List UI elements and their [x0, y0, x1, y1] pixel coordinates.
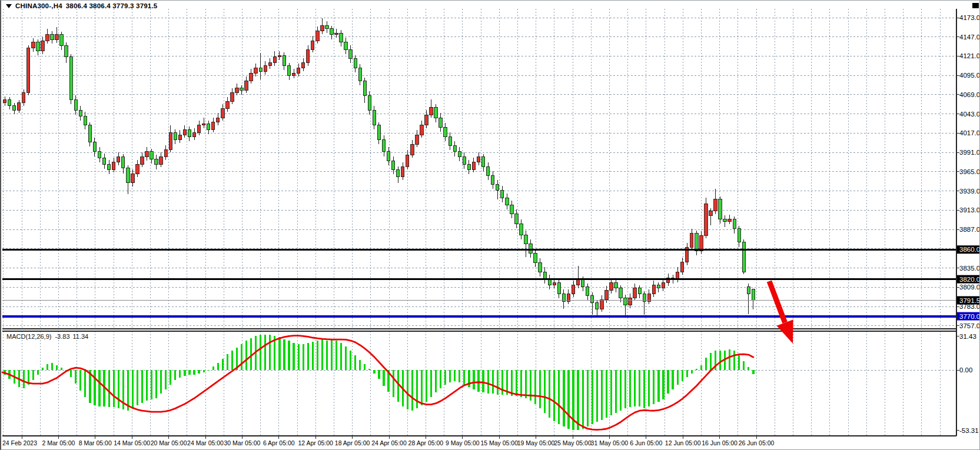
candle — [738, 226, 740, 248]
candle — [12, 103, 15, 114]
macd-axis: 31.430.00-53.31 — [956, 333, 979, 434]
candle — [453, 141, 456, 156]
candle — [117, 152, 120, 165]
candle — [572, 281, 574, 297]
time-axis-label: 28 Apr 05:00 — [408, 439, 444, 446]
svg-text:0.00: 0.00 — [959, 366, 972, 374]
candle — [647, 289, 650, 304]
candle — [349, 45, 352, 63]
candle — [330, 26, 333, 39]
candle — [307, 45, 310, 66]
candle — [55, 27, 58, 42]
svg-text:3791.5: 3791.5 — [959, 297, 980, 304]
candle — [420, 121, 423, 138]
candle — [586, 284, 589, 300]
candle — [283, 52, 285, 70]
candle — [311, 36, 314, 52]
candle — [486, 162, 489, 180]
trend-arrow-annotation[interactable] — [769, 281, 793, 344]
svg-text:4095.0: 4095.0 — [959, 72, 980, 79]
candle — [705, 198, 707, 238]
candle — [340, 30, 343, 46]
candle — [543, 267, 546, 284]
time-axis-label: 6 Jun 05:00 — [630, 439, 662, 446]
ohlc-toggle-icon[interactable] — [6, 4, 12, 8]
candle — [714, 189, 717, 214]
time-axis-label: 26 Jun 05:00 — [739, 439, 775, 446]
svg-text:4173.0: 4173.0 — [959, 14, 980, 21]
time-axis-label: 18 Apr 05:00 — [335, 439, 370, 446]
candle — [202, 118, 205, 128]
candle — [287, 63, 290, 80]
candle — [60, 32, 63, 50]
candle — [562, 289, 565, 309]
time-axis-label: 9 May 05:00 — [446, 439, 480, 446]
candle — [728, 215, 731, 224]
candle — [250, 69, 253, 84]
candle — [733, 216, 736, 234]
candle — [477, 152, 480, 165]
candle — [245, 76, 248, 94]
candle — [36, 39, 39, 56]
svg-text:4017.0: 4017.0 — [959, 129, 980, 136]
candle — [652, 281, 655, 297]
candle — [273, 51, 276, 66]
svg-text:4043.0: 4043.0 — [959, 111, 980, 118]
candle — [396, 166, 399, 183]
svg-text:3835.0: 3835.0 — [959, 265, 980, 272]
candle — [680, 258, 683, 275]
macd-main-value: -3.83 — [55, 333, 69, 340]
candle — [458, 147, 461, 161]
candle — [102, 154, 105, 169]
candle — [596, 300, 599, 317]
time-axis-label: 30 Mar 05:00 — [224, 439, 260, 446]
candle — [93, 138, 96, 156]
candle — [391, 156, 394, 174]
candle — [188, 126, 191, 141]
candle — [686, 243, 689, 265]
candle — [164, 145, 167, 160]
candle — [131, 169, 134, 186]
candle — [501, 186, 504, 202]
candle — [22, 89, 25, 106]
candle — [723, 215, 726, 227]
candle — [524, 231, 527, 257]
candle — [491, 171, 494, 189]
candle — [174, 129, 177, 144]
candle — [301, 58, 304, 71]
candle — [112, 158, 115, 172]
candle — [643, 291, 646, 315]
chart-title-bar: CHINA300-,H4 3806.4 3806.4 3779.3 3791.5 — [6, 2, 157, 10]
svg-text:3939.0: 3939.0 — [959, 188, 980, 195]
candle — [567, 289, 570, 304]
candle — [17, 100, 20, 114]
svg-text:3770.0: 3770.0 — [959, 313, 980, 320]
candle — [178, 130, 181, 142]
candle — [254, 64, 257, 76]
chart-shift-marker[interactable] — [972, 3, 979, 8]
candle — [88, 122, 91, 147]
candle — [207, 121, 210, 134]
candle — [65, 42, 68, 63]
candle — [700, 231, 703, 254]
time-axis-label: 24 Feb 2023 — [2, 439, 37, 446]
candle — [449, 132, 451, 150]
time-axis-label: 12 Apr 05:00 — [298, 439, 333, 446]
time-axis-label: 6 Apr 05:00 — [263, 439, 295, 446]
svg-text:3913.0: 3913.0 — [959, 206, 980, 214]
candle — [217, 113, 220, 125]
time-axis-label: 24 Mar 05:00 — [187, 439, 224, 446]
candle — [481, 154, 484, 171]
hlines-layer[interactable] — [2, 249, 956, 316]
chart-canvas[interactable]: 4173.04147.04121.04095.04069.04043.04017… — [1, 1, 980, 450]
svg-text:4121.0: 4121.0 — [959, 52, 980, 59]
candle — [430, 99, 433, 118]
symbol-period-label: CHINA300-,H4 — [15, 2, 62, 9]
candle — [506, 194, 509, 210]
candle — [510, 201, 513, 218]
candle — [354, 55, 357, 72]
candle — [226, 97, 229, 112]
candle — [529, 239, 532, 258]
candle — [496, 180, 499, 199]
candle — [136, 160, 139, 177]
